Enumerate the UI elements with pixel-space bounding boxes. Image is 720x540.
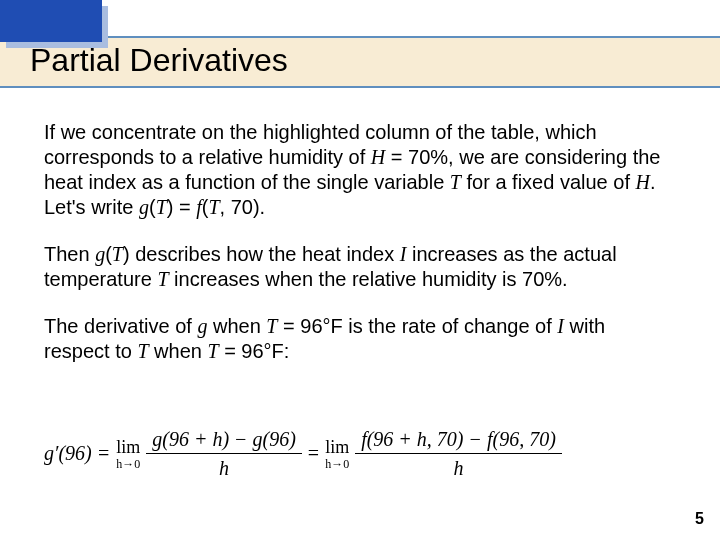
eq-lim-2-top: lim — [325, 438, 349, 456]
eq-lhs: g′(96) = — [44, 442, 110, 465]
eq-frac-2: f(96 + h, 70) − f(96, 70) h — [355, 428, 562, 479]
p3-seg-b: when — [207, 315, 266, 337]
p3-seg-f: = 96°F: — [219, 340, 290, 362]
p3-seg-e: when — [149, 340, 208, 362]
eq-lim-1: lim h→0 — [116, 438, 140, 470]
equation: g′(96) = lim h→0 g(96 + h) − g(96) h = l… — [44, 428, 684, 479]
eq-lim-2-bot: h→0 — [325, 458, 349, 470]
eq-mid: = — [308, 442, 319, 465]
eq-lim-1-top: lim — [116, 438, 140, 456]
page-title: Partial Derivatives — [30, 42, 288, 79]
var-T-8: T — [207, 340, 218, 362]
var-T-6: T — [266, 315, 277, 337]
eq-frac-2-num: f(96 + h, 70) − f(96, 70) — [355, 428, 562, 454]
var-g: g — [139, 196, 149, 218]
p2-seg-d: increases when the relative humidity is … — [169, 268, 568, 290]
p1-seg-f: , 70). — [220, 196, 266, 218]
eq-lim-2: lim h→0 — [325, 438, 349, 470]
var-T-2: T — [156, 196, 167, 218]
var-T: T — [450, 171, 461, 193]
paragraph-2: Then g(T) describes how the heat index I… — [44, 242, 664, 292]
paragraph-3: The derivative of g when T = 96°F is the… — [44, 314, 664, 364]
p1-seg-e: ) = — [167, 196, 196, 218]
page-number: 5 — [695, 510, 704, 528]
var-T-3: T — [208, 196, 219, 218]
var-T-4: T — [112, 243, 123, 265]
paragraph-1: If we concentrate on the highlighted col… — [44, 120, 664, 220]
title-accent-box — [0, 0, 102, 42]
var-H: H — [371, 146, 385, 168]
body-content: If we concentrate on the highlighted col… — [44, 120, 664, 386]
p3-seg-a: The derivative of — [44, 315, 197, 337]
var-g-2: g — [95, 243, 105, 265]
var-T-7: T — [137, 340, 148, 362]
var-T-5: T — [157, 268, 168, 290]
var-H-2: H — [636, 171, 650, 193]
eq-lim-1-bot: h→0 — [116, 458, 140, 470]
var-g-3: g — [197, 315, 207, 337]
var-I-2: I — [557, 315, 564, 337]
eq-frac-1: g(96 + h) − g(96) h — [146, 428, 302, 479]
p1-seg-c: for a fixed value of — [461, 171, 636, 193]
p3-seg-c: = 96°F is the rate of change of — [277, 315, 557, 337]
var-f: f — [196, 196, 202, 218]
p2-seg-b: ) describes how the heat index — [123, 243, 400, 265]
eq-frac-1-den: h — [213, 454, 235, 479]
p2-seg-a: Then — [44, 243, 95, 265]
eq-frac-2-den: h — [448, 454, 470, 479]
eq-frac-1-num: g(96 + h) − g(96) — [146, 428, 302, 454]
